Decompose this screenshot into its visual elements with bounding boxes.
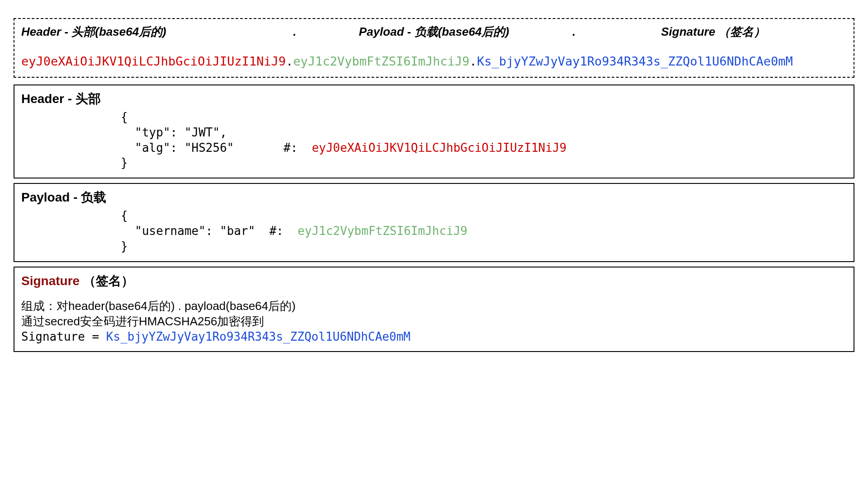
signature-desc-line1: 组成：对header(base64后的) . payload(base64后的) — [21, 299, 847, 314]
separator-dot: . — [567, 23, 580, 40]
jwt-signature-part: Ks_bjyYZwJyVay1Ro934R343s_ZZQol1U6NDhCAe… — [477, 54, 793, 68]
signature-title-word: Signature — [21, 274, 80, 288]
code-line: "typ": "JWT", — [121, 125, 847, 141]
signature-title-suffix: （签名） — [83, 274, 134, 288]
code-text: "username": "bar" #: — [121, 224, 297, 238]
header-section-title: Header - 头部 — [21, 90, 847, 108]
jwt-dot: . — [470, 54, 477, 68]
signature-eq-value: Ks_bjyYZwJyVay1Ro934R343s_ZZQol1U6NDhCAe… — [106, 330, 410, 343]
code-line: { — [121, 208, 847, 224]
jwt-payload-part: eyJ1c2VybmFtZSI6ImJhciJ9 — [293, 54, 469, 68]
separator-dot: . — [288, 23, 301, 40]
signature-section-title: Signature （签名） — [21, 272, 847, 290]
payload-section-box: Payload - 负载 { "username": "bar" #: eyJ1… — [14, 183, 854, 262]
code-text: "alg": "HS256" #: — [121, 141, 312, 155]
payload-column-label: Payload - 负载(base64后的) — [301, 23, 568, 40]
header-column-label: Header - 头部(base64后的) — [21, 23, 288, 40]
signature-eq-prefix: Signature = — [21, 330, 106, 343]
jwt-header-part: eyJ0eXAiOiJKV1QiLCJhbGciOiJIUzI1NiJ9 — [21, 54, 286, 68]
code-line: { — [121, 110, 847, 125]
jwt-parts-header-row: Header - 头部(base64后的) . Payload - 负载(bas… — [21, 23, 847, 40]
code-line: } — [121, 155, 847, 171]
payload-code-block: { "username": "bar" #: eyJ1c2VybmFtZSI6I… — [21, 208, 847, 254]
header-section-box: Header - 头部 { "typ": "JWT", "alg": "HS25… — [14, 84, 854, 178]
payload-encoded-value: eyJ1c2VybmFtZSI6ImJhciJ9 — [297, 224, 467, 238]
jwt-overview-box: Header - 头部(base64后的) . Payload - 负载(bas… — [14, 18, 854, 78]
signature-description: 组成：对header(base64后的) . payload(base64后的)… — [21, 299, 847, 344]
signature-desc-line2: 通过secred安全码进行HMACSHA256加密得到 — [21, 314, 847, 329]
code-line: "username": "bar" #: eyJ1c2VybmFtZSI6ImJ… — [121, 224, 847, 239]
signature-equation: Signature = Ks_bjyYZwJyVay1Ro934R343s_ZZ… — [21, 329, 847, 345]
code-line: "alg": "HS256" #: eyJ0eXAiOiJKV1QiLCJhbG… — [121, 141, 847, 156]
header-encoded-value: eyJ0eXAiOiJKV1QiLCJhbGciOiJIUzI1NiJ9 — [312, 141, 567, 155]
jwt-dot: . — [286, 54, 293, 68]
payload-section-title: Payload - 负载 — [21, 188, 847, 206]
signature-section-box: Signature （签名） 组成：对header(base64后的) . pa… — [14, 267, 854, 352]
signature-column-label: Signature （签名） — [580, 23, 847, 40]
header-code-block: { "typ": "JWT", "alg": "HS256" #: eyJ0eX… — [21, 110, 847, 171]
code-line: } — [121, 239, 847, 254]
jwt-full-string: eyJ0eXAiOiJKV1QiLCJhbGciOiJIUzI1NiJ9.eyJ… — [21, 53, 847, 70]
